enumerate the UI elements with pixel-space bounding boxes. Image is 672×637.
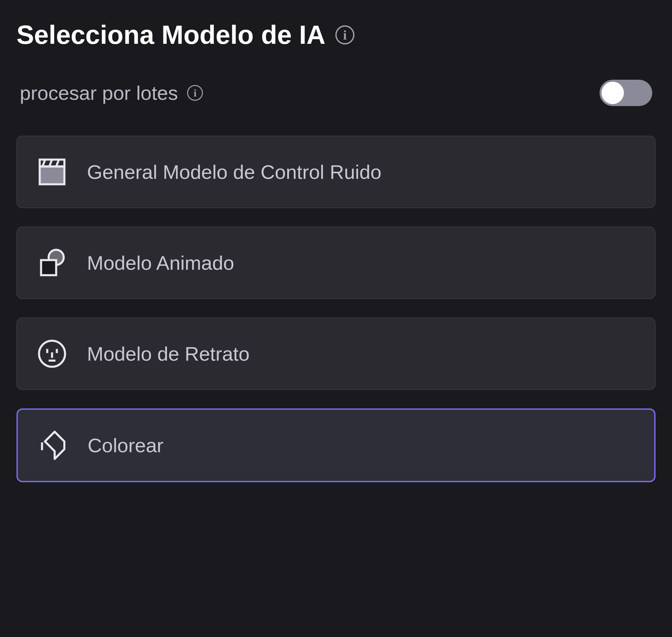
paintbrush-icon [36,429,69,462]
batch-label-group: procesar por lotes i [20,82,203,104]
model-option-colorize[interactable]: Colorear [17,408,655,482]
panel-title-text: Selecciona Modelo de IA [17,20,325,50]
info-icon[interactable]: i [335,25,355,44]
shapes-icon [36,247,69,279]
model-option-animated[interactable]: Modelo Animado [17,226,655,299]
face-icon [36,337,69,370]
svg-rect-0 [40,166,65,184]
svg-rect-6 [41,260,56,275]
model-option-label: Modelo de Retrato [87,343,250,365]
toggle-thumb [601,82,624,104]
batch-process-row: procesar por lotes i [17,80,655,106]
model-option-general-noise[interactable]: General Modelo de Control Ruido [17,136,655,208]
clapperboard-icon [36,156,69,188]
batch-label: procesar por lotes [20,82,178,104]
batch-toggle[interactable] [600,80,652,106]
panel-title: Selecciona Modelo de IA i [17,20,655,50]
info-icon[interactable]: i [187,85,203,101]
model-option-label: General Modelo de Control Ruido [87,161,381,183]
model-list: General Modelo de Control Ruido Modelo A… [17,136,655,482]
model-option-label: Colorear [88,434,163,457]
svg-line-12 [38,442,46,450]
model-option-portrait[interactable]: Modelo de Retrato [17,317,655,390]
model-option-label: Modelo Animado [87,252,234,274]
